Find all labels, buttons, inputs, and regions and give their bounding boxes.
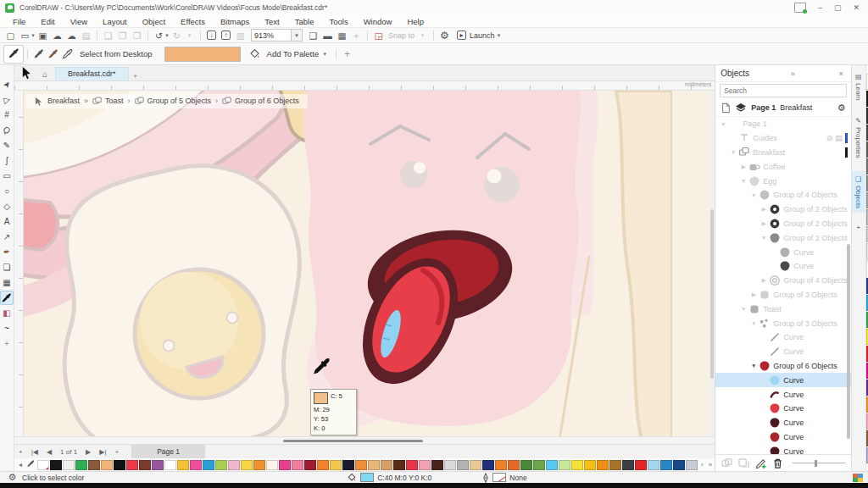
breadcrumb-item-0[interactable]: Breakfast (35, 97, 80, 106)
interactive-fill-tool[interactable]: ◧ (0, 306, 14, 320)
copy-icon[interactable]: ❐ (115, 29, 130, 42)
palette-swatch-21[interactable] (304, 460, 316, 470)
tree-expander[interactable]: ▼ (719, 121, 727, 127)
palette-swatch-5[interactable] (101, 460, 113, 470)
duplicate-icon[interactable]: ❐ (130, 29, 144, 42)
polygon-tool[interactable]: ◇ (0, 199, 14, 214)
menu-edit[interactable]: Edit (33, 17, 62, 26)
tree-expander[interactable]: ▼ (760, 235, 768, 241)
ellipse-tool[interactable]: ○ (0, 184, 14, 198)
palette-swatch-15[interactable] (228, 460, 240, 470)
menu-file[interactable]: File (5, 17, 33, 26)
dimension-tool[interactable]: ↗ (0, 230, 14, 244)
maximize-button[interactable]: ▢ (834, 4, 842, 12)
tree-row-curve[interactable]: Curve (715, 330, 851, 345)
palette-swatch-48[interactable] (648, 460, 659, 470)
tree-expander[interactable]: ▼ (749, 320, 758, 326)
tree-row-guides[interactable]: Guides⊘▤ (715, 131, 851, 146)
palette-swatch-10[interactable] (164, 460, 176, 470)
import-icon[interactable]: ↓ (204, 29, 219, 42)
menu-tools[interactable]: Tools (321, 17, 355, 26)
tree-row-curve[interactable]: Curve (715, 387, 851, 402)
canvas-horizontal-scrollbar[interactable] (14, 436, 715, 444)
palette-swatch-9[interactable] (152, 460, 164, 470)
palette-swatch-43[interactable] (584, 460, 596, 470)
curve-tool[interactable]: ʃ (0, 153, 14, 168)
sample-color-eyedropper-icon[interactable] (31, 47, 46, 60)
palette-scroll-left[interactable]: ◂ (16, 461, 25, 469)
new-layer-icon[interactable] (755, 458, 767, 469)
document-tab[interactable]: Breakfast.cdr* (55, 67, 129, 80)
export-icon[interactable]: ↑ (219, 29, 233, 42)
breadcrumb-item-3[interactable]: Group of 6 Objects (222, 97, 299, 105)
tree-row-curve[interactable]: Curve (715, 245, 851, 259)
redo-icon-dropdown[interactable]: ▼ (182, 29, 197, 42)
smart-drawing-tool[interactable]: ~ (0, 321, 14, 336)
palette-swatch-37[interactable] (508, 460, 520, 470)
tree-expander[interactable]: ▼ (749, 192, 758, 198)
horizontal-ruler[interactable]: millimeters (14, 81, 715, 91)
tree-row-egg[interactable]: ▼Egg (715, 174, 851, 188)
palette-swatch-2[interactable] (63, 460, 75, 470)
delete-icon[interactable] (773, 458, 782, 469)
tree-expander[interactable]: ▼ (749, 363, 758, 369)
palette-swatch-44[interactable] (597, 460, 609, 470)
palette-swatch-40[interactable] (546, 460, 558, 470)
palette-swatch-23[interactable] (330, 460, 342, 470)
transparency-tool[interactable]: ▦ (0, 275, 14, 290)
palette-swatch-30[interactable] (419, 460, 431, 470)
account-icon[interactable] (794, 3, 806, 13)
tree-row-curve[interactable]: Curve (715, 430, 851, 445)
palette-swatch-31[interactable] (431, 460, 443, 470)
eyedropper-tool[interactable] (0, 291, 14, 305)
paste-icon[interactable]: ❏ (101, 29, 115, 42)
palette-eyedropper-icon[interactable] (25, 460, 37, 469)
tree-row-curve[interactable]: Curve (715, 259, 851, 274)
tree-row-page-1[interactable]: ▼Page 1 (715, 117, 851, 131)
docker-collapse-button[interactable]: » (788, 69, 798, 78)
palette-swatch-51[interactable] (686, 460, 698, 470)
breadcrumb-item-1[interactable]: Toast (92, 97, 124, 105)
tree-row-toast[interactable]: ▼Toast (715, 302, 851, 316)
palette-swatch-41[interactable] (559, 460, 570, 470)
palette-swatch-46[interactable] (622, 460, 634, 470)
menu-table[interactable]: Table (287, 17, 322, 26)
close-button[interactable]: ✕ (853, 4, 860, 12)
outline-color-swatch[interactable] (492, 473, 506, 482)
palette-swatch-47[interactable] (635, 460, 647, 470)
tree-row-curve[interactable]: Curve (715, 402, 851, 416)
menu-text[interactable]: Text (257, 17, 287, 26)
palette-swatch-1[interactable] (50, 460, 62, 470)
docker-tab-objects[interactable]: ❑Objects (852, 171, 865, 213)
palette-swatch-19[interactable] (279, 460, 291, 470)
tree-row-group-of-6-objects[interactable]: ▼Group of 6 Objects (715, 359, 851, 374)
palette-swatch-29[interactable] (406, 460, 418, 470)
palette-grid-icon[interactable] (853, 474, 863, 482)
palette-overflow-button[interactable]: » (706, 461, 715, 469)
menu-view[interactable]: View (63, 17, 95, 26)
drawing-canvas[interactable]: Breakfast»Toast›Group of 5 Objects›Group… (14, 91, 715, 437)
docker-tab-properties[interactable]: ✎Properties (852, 113, 865, 162)
palette-swatch-4[interactable] (88, 460, 100, 470)
palette-swatch-16[interactable] (241, 460, 253, 470)
layer-color-bar[interactable] (845, 147, 848, 158)
print-icon[interactable]: ▤ (79, 29, 93, 42)
tree-row-group-of-2-objects[interactable]: ▼Group of 2 Objects (715, 230, 851, 245)
palette-swatch-13[interactable] (203, 460, 214, 470)
palette-swatch-24[interactable] (342, 460, 354, 470)
page-tab[interactable]: Page 1 (131, 445, 205, 458)
tree-expander[interactable]: ▶ (760, 206, 768, 213)
show-rulers-icon[interactable]: ▬ (320, 29, 335, 42)
canvas-vertical-scrollbar[interactable] (709, 91, 715, 437)
focus-mode-icon[interactable]: ◲ (371, 29, 386, 42)
palette-overflow-button[interactable]: › (698, 461, 706, 469)
objects-search-box[interactable] (720, 84, 847, 97)
alignment-guides-icon[interactable]: + (349, 29, 364, 42)
layer-state-icon[interactable]: ▤ (835, 134, 843, 142)
options-gear-icon[interactable]: ⚙ (437, 29, 452, 42)
objects-search-input[interactable] (721, 86, 846, 95)
palette-swatch-8[interactable] (139, 460, 151, 470)
zoom-level-combo[interactable]: ▼ (251, 29, 303, 42)
artistic-media-tool[interactable]: ✒ (0, 245, 14, 259)
palette-swatch-7[interactable] (126, 460, 138, 470)
